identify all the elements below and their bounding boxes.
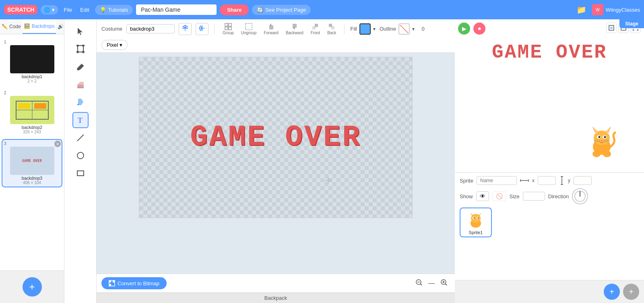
delete-badge-3[interactable]: ✕ (54, 141, 61, 147)
arrange-tools: Group Ungroup Forward Backward (220, 22, 339, 36)
fill-color-picker[interactable] (359, 23, 371, 35)
edit-menu[interactable]: Edit (78, 5, 91, 15)
direction-dial[interactable] (572, 188, 588, 204)
fill-label: Fill (350, 26, 357, 32)
flip-horizontal-button[interactable] (179, 23, 192, 35)
front-button[interactable]: Front (308, 22, 322, 36)
y-coord-input[interactable] (574, 176, 592, 185)
outline-number: 0 (417, 26, 429, 32)
tab-code[interactable]: ✏️ Code (0, 19, 23, 34)
reshape-tool[interactable] (72, 41, 89, 57)
x-coord-input[interactable] (538, 176, 556, 185)
bottom-bar: Convert to Bitmap — (97, 274, 455, 293)
svg-line-35 (400, 25, 408, 33)
backdrop-number-2: 2 (4, 91, 60, 95)
show-visible-button[interactable]: 👁 (476, 191, 489, 201)
folder-icon[interactable]: 📁 (574, 5, 589, 15)
svg-point-76 (474, 218, 475, 219)
costume-name-input[interactable] (126, 24, 175, 33)
username-label: WiingyClasses (606, 7, 640, 13)
add-backdrop-button-bottom[interactable]: + (623, 284, 639, 300)
circle-tool[interactable] (72, 147, 89, 164)
forward-button[interactable]: Forward (261, 22, 281, 36)
file-menu[interactable]: File (61, 5, 74, 15)
green-flag-button[interactable]: ▶ (458, 23, 470, 35)
svg-rect-32 (315, 24, 318, 27)
drawing-area-wrapper: GAME OVER ✛ (97, 53, 455, 274)
backdrop-item-1[interactable]: 1 backdrop1 2 × 2 (2, 37, 62, 86)
brush-tool[interactable] (72, 59, 89, 75)
left-panel: ✏️ Code 🖼️ Backdrops 🔊 Sounds 1 backdrop… (0, 19, 64, 303)
backward-button[interactable]: Backward (283, 22, 306, 36)
drawing-canvas[interactable]: GAME OVER ✛ (139, 57, 413, 218)
ungroup-button[interactable]: Ungroup (239, 22, 259, 36)
pixel-dropdown-arrow: ▾ (120, 42, 122, 48)
flip-vertical-button[interactable] (196, 23, 208, 35)
svg-point-69 (579, 191, 581, 193)
bottom-add-buttons: + + (455, 280, 644, 303)
backdrop-size-1: 2 × 2 (4, 79, 60, 83)
small-stage-button[interactable] (606, 23, 617, 33)
tab-backdrops[interactable]: 🖼️ Backdrops (23, 19, 56, 34)
svg-rect-65 (610, 27, 613, 29)
center-area: T Costume (64, 19, 455, 303)
stage-preview: GAME OVER (455, 19, 644, 172)
show-hidden-button[interactable]: 🚫 (492, 191, 506, 201)
zoom-out-button[interactable] (413, 278, 425, 289)
show-row: Show 👁 🚫 Size Direction (460, 188, 639, 204)
resize-icon (520, 178, 529, 183)
tutorials-button[interactable]: 💡 Tutorials (95, 5, 133, 15)
sprite-section: Sprite x y Show 👁 🚫 Size Direction (455, 172, 644, 280)
outline-color-picker[interactable] (398, 23, 410, 35)
zoom-in-button[interactable] (438, 278, 450, 289)
rectangle-tool[interactable] (72, 165, 89, 181)
outline-label: Outline (380, 26, 396, 32)
zoom-controls: — (413, 278, 450, 289)
text-tool[interactable]: T (72, 112, 89, 128)
tools-sidebar: T (64, 19, 97, 303)
pixel-mode-dropdown[interactable]: Pixel ▾ (101, 40, 128, 50)
sprite-name-input[interactable] (477, 176, 517, 185)
share-button[interactable]: Share (220, 4, 249, 15)
preview-game-over-text: GAME OVER (492, 42, 607, 63)
svg-point-10 (82, 51, 85, 53)
svg-rect-19 (77, 171, 84, 176)
svg-marker-6 (78, 28, 83, 35)
stage-tab[interactable]: Stage (619, 19, 644, 28)
line-tool[interactable] (72, 130, 89, 146)
back-button[interactable]: Back (325, 22, 339, 36)
add-backdrop-button[interactable]: + (23, 277, 42, 297)
backdrop-item-2[interactable]: 2 backdrop2 326 × 243 (2, 88, 62, 137)
canvas-game-over-text: GAME OVER (190, 121, 361, 154)
scratch-logo[interactable]: SCRATCH (4, 5, 37, 15)
svg-rect-25 (229, 27, 231, 30)
backdrop-item-3[interactable]: ✕ 3 GAME OVER backdrop3 406 × 104 (2, 139, 62, 187)
add-sprite-button[interactable]: + (604, 284, 620, 300)
svg-rect-27 (269, 25, 273, 29)
tutorials-label: Tutorials (108, 7, 128, 13)
backdrop-name-2: backdrop2 (4, 125, 60, 130)
refresh-icon: 🔄 (257, 7, 263, 13)
convert-to-bitmap-button[interactable]: Convert to Bitmap (101, 277, 167, 289)
avatar: W (592, 4, 603, 15)
stop-button[interactable]: ■ (473, 23, 485, 35)
fill-dropdown-arrow[interactable]: ▾ (373, 26, 376, 32)
select-tool[interactable] (72, 23, 89, 39)
group-label: Group (223, 31, 234, 35)
group-button[interactable]: Group (220, 22, 236, 36)
backdrops-list: 1 backdrop1 2 × 2 2 (0, 34, 64, 270)
top-navigation: SCRATCH 🌐 ▾ File Edit 💡 Tutorials Share … (0, 0, 644, 19)
language-selector[interactable]: 🌐 ▾ (41, 5, 58, 15)
see-project-page-button[interactable]: 🔄 See Project Page (252, 5, 311, 15)
fill-tool[interactable] (72, 94, 89, 110)
svg-rect-23 (229, 23, 231, 26)
outline-dropdown-arrow[interactable]: ▾ (412, 26, 415, 32)
user-menu[interactable]: W WiingyClasses (592, 4, 640, 15)
front-label: Front (311, 31, 320, 35)
project-name-input[interactable] (136, 4, 217, 15)
backdrop-thumb-3: GAME OVER (10, 147, 54, 175)
zoom-reset[interactable]: — (428, 280, 435, 287)
eraser-tool[interactable] (72, 77, 89, 93)
sprite-card-1[interactable]: Sprite1 (460, 208, 492, 237)
size-input[interactable] (523, 192, 545, 201)
